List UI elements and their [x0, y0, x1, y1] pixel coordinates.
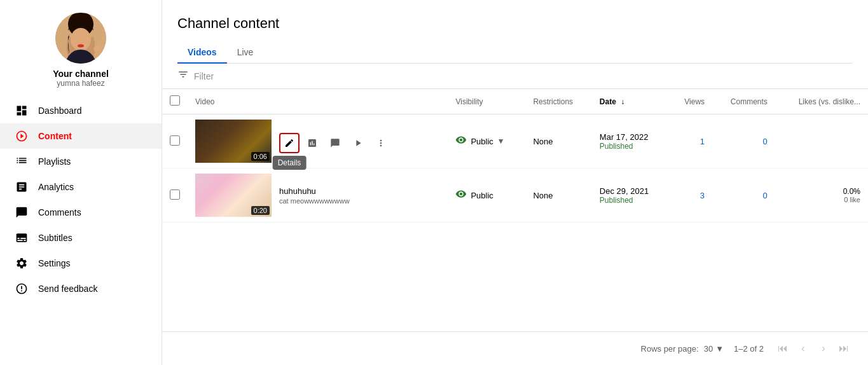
pagination: Rows per page: 30 ▼ 1–2 of 2 ⏮ ‹ › ⏭	[162, 331, 868, 365]
nav-list: Dashboard Content Playlists Analytics Co…	[0, 98, 162, 301]
row1-comments: 0	[763, 137, 768, 146]
sidebar-item-content[interactable]: Content	[0, 123, 162, 149]
row2-video-title: huhuhuhu	[279, 186, 440, 196]
row1-likes-cell	[775, 114, 868, 169]
rows-per-page-dropdown-icon: ▼	[715, 344, 724, 354]
sidebar-item-label: Playlists	[38, 156, 71, 167]
rows-per-page: Rows per page: 30 ▼	[641, 344, 724, 354]
sidebar-item-analytics[interactable]: Analytics	[0, 174, 162, 200]
row2-views: 3	[700, 191, 705, 200]
header-checkbox-col	[162, 89, 188, 114]
header-comments-col: Comments	[712, 89, 775, 114]
dashboard-icon	[15, 104, 28, 117]
details-button[interactable]: Details	[279, 133, 300, 153]
row1-thumbnail: 0:06	[195, 120, 272, 163]
preview-button[interactable]	[348, 133, 368, 153]
comments-button[interactable]	[325, 133, 345, 153]
row2-likes-pct: 0.0%	[783, 187, 860, 196]
row2-comments: 0	[763, 191, 768, 200]
row2-likes-count: 0 like	[783, 196, 860, 203]
row1-checkbox[interactable]	[170, 135, 180, 146]
select-all-checkbox[interactable]	[170, 95, 180, 106]
sidebar-item-label: Content	[38, 131, 72, 141]
playlists-icon	[15, 155, 28, 168]
sidebar-item-comments[interactable]: Comments	[0, 200, 162, 225]
table-container: Video Visibility Restrictions Date ↓ Vie…	[162, 89, 868, 331]
tab-videos[interactable]: Videos	[177, 42, 227, 64]
row1-action-icons: Details	[279, 133, 440, 153]
svg-point-2	[71, 28, 91, 51]
row1-visibility-cell: Public ▼	[448, 114, 525, 169]
analytics-button[interactable]	[302, 133, 322, 153]
row2-checkbox[interactable]	[170, 189, 180, 200]
row1-views: 1	[700, 137, 705, 146]
row1-date-cell: Mar 17, 2022 Published	[592, 114, 670, 169]
row1-comments-cell: 0	[712, 114, 775, 169]
row2-visibility-cell: Public	[448, 169, 525, 223]
sidebar-item-dashboard[interactable]: Dashboard	[0, 98, 162, 123]
sidebar-item-send-feedback[interactable]: Send feedback	[0, 276, 162, 301]
row2-video-desc: cat meowwwwwwwww	[279, 197, 440, 205]
sidebar-item-label: Send feedback	[38, 284, 97, 294]
filter-bar: Filter	[162, 64, 868, 89]
more-options-button[interactable]	[371, 133, 391, 153]
rows-per-page-label: Rows per page:	[641, 344, 699, 354]
row2-checkbox-cell	[162, 169, 188, 223]
sidebar-item-subtitles[interactable]: Subtitles	[0, 225, 162, 251]
row2-date-status: Published	[600, 196, 662, 205]
first-page-button[interactable]: ⏮	[774, 340, 792, 357]
subtitles-icon	[15, 231, 28, 244]
table-row: 0:20 huhuhuhu cat meowwwwwwwww	[162, 169, 868, 223]
last-page-button[interactable]: ⏭	[835, 340, 853, 357]
rows-per-page-select[interactable]: 30 ▼	[704, 344, 724, 354]
row2-date: Dec 29, 2021	[600, 186, 662, 196]
avatar	[55, 13, 106, 64]
row2-restrictions-cell: None	[525, 169, 591, 223]
content-table: Video Visibility Restrictions Date ↓ Vie…	[162, 89, 868, 223]
table-header-row: Video Visibility Restrictions Date ↓ Vie…	[162, 89, 868, 114]
sidebar-item-label: Subtitles	[38, 233, 72, 243]
row1-visibility-label: Public	[471, 137, 493, 146]
settings-icon	[15, 257, 28, 270]
page-nav: ⏮ ‹ › ⏭	[774, 340, 853, 357]
row1-date-status: Published	[600, 142, 662, 151]
table-row: 0:06 Details	[162, 114, 868, 169]
row2-visibility-label: Public	[471, 191, 493, 200]
sidebar-item-settings[interactable]: Settings	[0, 251, 162, 276]
visibility-eye-icon	[455, 134, 467, 148]
filter-label[interactable]: Filter	[194, 71, 214, 81]
rows-per-page-value: 30	[704, 344, 713, 354]
header-views-col: Views	[670, 89, 712, 114]
avatar-container: Your channel yumna hafeez	[53, 13, 109, 88]
row1-duration: 0:06	[251, 152, 270, 161]
row1-video-info: Details	[279, 129, 440, 153]
comments-icon	[15, 206, 28, 219]
channel-handle: yumna hafeez	[57, 79, 104, 88]
sort-arrow-icon: ↓	[621, 97, 624, 106]
row1-checkbox-cell	[162, 114, 188, 169]
filter-icon	[177, 69, 189, 83]
row2-comments-cell: 0	[712, 169, 775, 223]
header-visibility-col: Visibility	[448, 89, 525, 114]
row2-views-cell: 3	[670, 169, 712, 223]
tab-live[interactable]: Live	[227, 42, 264, 64]
sidebar-item-label: Settings	[38, 258, 71, 268]
header-likes-col: Likes (vs. dislike...	[775, 89, 868, 114]
sidebar-item-label: Dashboard	[38, 106, 82, 116]
row2-thumbnail: 0:20	[195, 174, 272, 217]
analytics-icon	[15, 181, 28, 193]
sidebar: Your channel yumna hafeez Dashboard Cont…	[0, 0, 162, 365]
row1-visibility-dropdown[interactable]: ▼	[497, 137, 505, 146]
row2-video-info: huhuhuhu cat meowwwwwwwww	[279, 186, 440, 205]
tabs-container: Videos Live	[177, 42, 853, 64]
row2-duration: 0:20	[251, 206, 270, 215]
row1-date: Mar 17, 2022	[600, 132, 662, 142]
next-page-button[interactable]: ›	[815, 340, 832, 357]
channel-name: Your channel	[53, 69, 109, 79]
sidebar-item-playlists[interactable]: Playlists	[0, 149, 162, 174]
prev-page-button[interactable]: ‹	[794, 340, 812, 357]
row2-date-cell: Dec 29, 2021 Published	[592, 169, 670, 223]
row2-video-cell: 0:20 huhuhuhu cat meowwwwwwwww	[188, 169, 448, 223]
page-title: Channel content	[177, 15, 853, 32]
header-date-col[interactable]: Date ↓	[592, 89, 670, 114]
